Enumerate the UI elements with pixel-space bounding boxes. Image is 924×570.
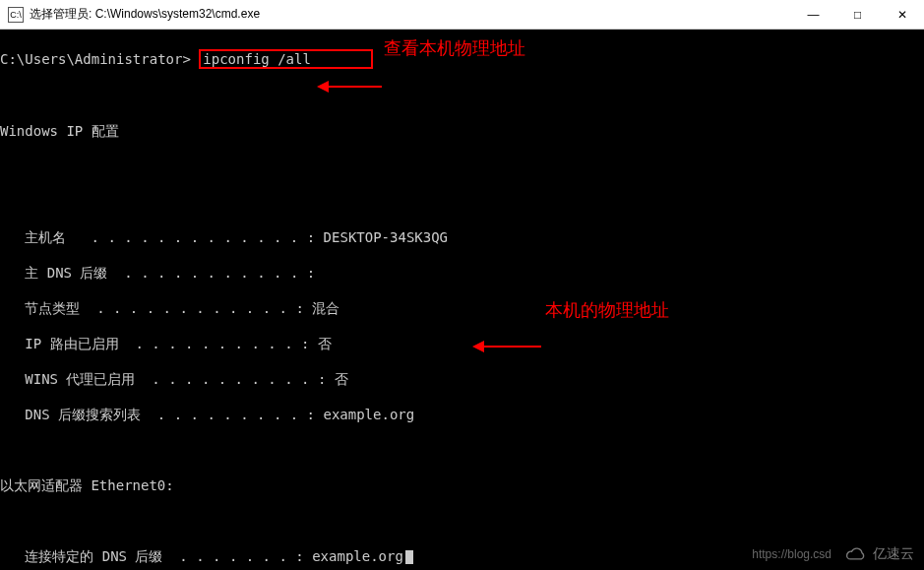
minimize-button[interactable]: — (791, 0, 835, 29)
cfg-row: 主 DNS 后缀 . . . . . . . . . . . : (0, 264, 924, 282)
svg-marker-1 (317, 81, 329, 93)
cloud-icon (841, 544, 869, 564)
maximize-button[interactable]: □ (835, 0, 880, 29)
terminal-output[interactable]: C:\Users\Administrator> ipconfig /all Wi… (0, 30, 924, 570)
cmd-icon: C:\ (8, 7, 24, 23)
adapter-header: 以太网适配器 Ethernet0: (0, 476, 924, 494)
arrow-mid-icon (472, 303, 541, 390)
watermark: https://blog.csd 亿速云 (752, 544, 914, 564)
text-cursor (405, 550, 413, 564)
cfg-row: WINS 代理已启用 . . . . . . . . . . : 否 (0, 370, 924, 388)
window-titlebar: C:\ 选择管理员: C:\Windows\system32\cmd.exe —… (0, 0, 924, 30)
arrow-top-icon (317, 43, 382, 130)
prompt-path: C:\Users\Administrator> (0, 51, 191, 67)
ip-config-header: Windows IP 配置 (0, 122, 924, 140)
cfg-row: DNS 后缀搜索列表 . . . . . . . . . : example.o… (0, 406, 924, 423)
annotation-mid: 本机的物理地址 (545, 301, 669, 319)
annotation-top: 查看本机物理地址 (384, 39, 525, 57)
cfg-row: 主机名 . . . . . . . . . . . . . : DESKTOP-… (0, 228, 924, 246)
close-button[interactable]: ✕ (880, 0, 924, 29)
window-buttons: — □ ✕ (791, 0, 924, 29)
cfg-row: 节点类型 . . . . . . . . . . . . : 混合 (0, 299, 924, 317)
csdn-watermark: https://blog.csd (752, 547, 832, 561)
window-title: 选择管理员: C:\Windows\system32\cmd.exe (30, 6, 791, 23)
svg-marker-3 (472, 341, 484, 352)
yisu-logo: 亿速云 (841, 544, 914, 564)
cfg-row: IP 路由已启用 . . . . . . . . . . : 否 (0, 335, 924, 352)
